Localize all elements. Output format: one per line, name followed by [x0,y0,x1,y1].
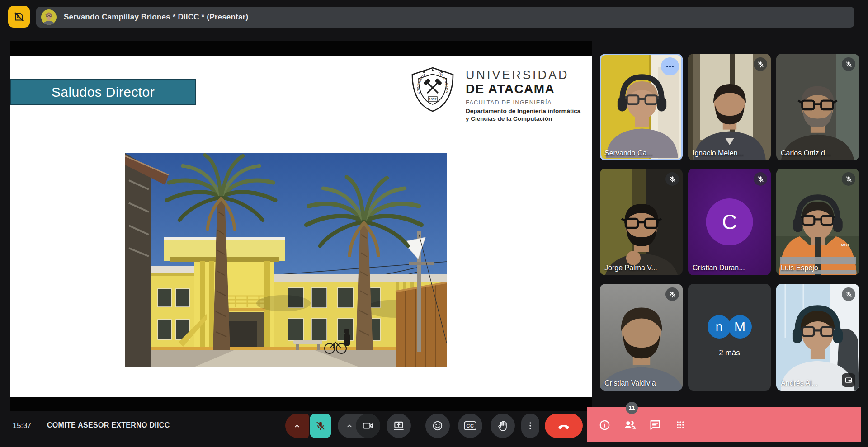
slide-title: Saludos Director [10,79,196,105]
info-icon [599,419,611,431]
participant-name: Servando Ca... [604,149,653,157]
participant-count-badge: 11 [626,402,638,414]
overflow-avatars: n M [688,315,771,339]
shared-screen-stage: Saludos Director UNIVERSIDAD [10,41,592,411]
participant-tile-cristian-duran[interactable]: C Cristian Duran... [688,169,771,275]
presentation-blocked-icon [13,11,25,23]
mic-options-chevron-button[interactable] [285,414,309,438]
presentation-slide: Saludos Director UNIVERSIDAD [10,56,592,397]
participant-tile-jorge[interactable]: Jorge Palma V... [600,169,683,275]
participant-tile-cristian-valdivia[interactable]: Cristian Valdivia [600,284,683,391]
participant-tile-servando[interactable]: Servando Ca... [600,54,683,160]
campus-photo [125,153,447,367]
presenting-label: Servando Campillay Briones * DIICC * (Pr… [64,13,248,22]
chat-button[interactable] [648,418,662,432]
highlighted-panel: 11 [587,407,861,442]
participant-tile-ignacio[interactable]: Ignacio Melen... [688,54,771,160]
participant-name: Carlos Ortiz d... [781,149,831,157]
department-line2: y Ciencias de la Computación [466,115,580,123]
wordmark-line1: UNIVERSIDAD [466,69,580,82]
presenting-banner[interactable]: Servando Campillay Briones * DIICC * (Pr… [36,7,854,28]
overflow-count-label: 2 más [688,348,771,358]
participant-tile-andres[interactable]: Andrés Al... [776,284,859,391]
more-vertical-icon [525,421,535,431]
tile-more-options-button[interactable] [661,57,679,75]
mic-off-icon [842,172,855,186]
meeting-details-button[interactable] [598,418,611,432]
people-icon [623,418,637,432]
participant-name: Andrés Al... [781,379,818,387]
participant-tile-luis[interactable]: MST Luis Espejo [776,169,859,275]
university-wordmark: UNIVERSIDAD DE ATACAMA FACULTAD DE INGEN… [466,69,580,123]
end-call-button[interactable] [545,414,583,438]
meeting-code: COMITE ASESOR EXTERNO DIICC [47,421,170,429]
department-line1: Departamento de Ingeniería informática [466,108,580,115]
divider [40,421,40,431]
more-horizontal-icon [665,61,675,71]
captions-button[interactable]: CC [458,414,482,438]
overflow-avatar: M [728,315,752,339]
mic-off-icon [754,172,767,186]
end-call-icon [557,419,571,433]
clock-time: 15:37 [13,421,31,430]
participant-name: Cristian Duran... [693,264,745,272]
chevron-up-icon [292,421,302,431]
chat-icon [649,419,661,431]
picture-in-picture-button[interactable] [842,373,855,387]
participant-name: Ignacio Melen... [693,149,744,157]
mic-off-icon [665,172,679,186]
university-crest: UNIVERSIDAD DE ATACAMA 1857 [410,67,456,112]
avatar-initial: C [722,210,737,234]
captions-icon: CC [464,421,477,430]
camera-icon [362,420,374,432]
present-screen-button[interactable] [387,414,411,438]
mic-off-icon [842,57,855,71]
mic-off-icon [842,287,855,301]
people-button[interactable] [623,418,637,432]
overflow-participants-tile[interactable]: n M 2 más [688,284,771,391]
raise-hand-icon [497,420,509,432]
apps-grid-icon [675,419,686,431]
faculty-label: FACULTAD DE INGENIERÍA [466,99,580,106]
participant-name: Luis Espejo [781,264,818,272]
meet-window: Servando Campillay Briones * DIICC * (Pr… [0,0,868,447]
presenter-avatar [41,9,57,25]
participant-name: Jorge Palma V... [604,264,657,272]
present-screen-icon [393,420,405,432]
crest-founded-year: 1857 [429,97,437,101]
mic-off-icon [665,287,679,301]
vest-logo-text: MST [841,243,850,247]
overflow-avatar: n [708,315,731,339]
raise-hand-button[interactable] [491,414,515,438]
mic-mute-button[interactable] [310,414,331,438]
participant-tile-carlos[interactable]: Carlos Ortiz d... [776,54,859,160]
camera-button[interactable] [356,414,380,438]
more-options-button[interactable] [521,414,539,438]
wordmark-line2: DE ATACAMA [466,82,580,96]
activities-button[interactable] [674,418,687,432]
smiley-icon [432,420,443,432]
participant-name: Cristian Valdivia [604,379,656,387]
chevron-up-icon [344,421,354,431]
mic-off-icon [754,57,767,71]
presentation-blocked-button[interactable] [8,6,30,28]
picture-in-picture-icon [844,376,853,384]
mic-off-icon [315,420,326,431]
reactions-button[interactable] [425,414,450,438]
